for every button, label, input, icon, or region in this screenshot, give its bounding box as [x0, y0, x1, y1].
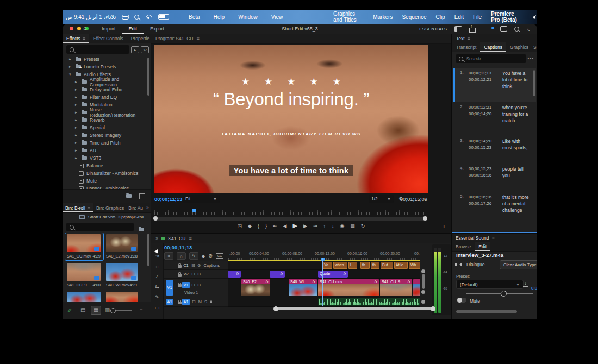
panel-stack-icon[interactable]: ≡	[483, 26, 486, 32]
slip-tool[interactable]: ⇆	[155, 284, 159, 290]
pen-icon[interactable]: ✎	[67, 308, 73, 312]
tab-import[interactable]: Import	[95, 24, 122, 34]
export-frame-icon[interactable]: ◉	[340, 223, 344, 229]
sync-lock-icon[interactable]: ⊟	[191, 263, 195, 268]
level-slider[interactable]	[466, 293, 533, 294]
tab-export[interactable]: Export	[144, 24, 171, 34]
pen-tool[interactable]: ✎	[155, 294, 159, 300]
apple-logo-icon[interactable]	[533, 14, 537, 20]
tab-captions[interactable]: Captions	[480, 42, 506, 52]
thumbnail-view-icon[interactable]: ▦	[91, 306, 101, 315]
tab-bin-graphics[interactable]: Bin: Graphics	[93, 203, 127, 212]
sync-lock-icon[interactable]: ⊟	[192, 299, 196, 304]
snap-icon[interactable]: ∩	[177, 252, 186, 260]
twirl-icon[interactable]: ▸	[75, 103, 79, 107]
tab-transcript[interactable]: Transcript	[452, 42, 480, 52]
menu-sequence[interactable]: Sequence	[402, 14, 426, 20]
wifi-icon[interactable]	[145, 14, 152, 20]
caption-clip[interactable]: At le...	[394, 262, 408, 269]
control-center-icon[interactable]	[122, 15, 128, 20]
ripple-edit-tool[interactable]: ↔	[155, 263, 160, 269]
clip-thumbnail[interactable]	[106, 292, 138, 302]
close-icon[interactable]: ×	[155, 236, 158, 241]
effects-tree-item[interactable]: ▸Special	[63, 124, 147, 131]
source-patch-v1[interactable]: V1	[166, 280, 173, 296]
effects-tree-item[interactable]: ▸AU	[63, 147, 147, 154]
playhead-marker[interactable]	[192, 209, 196, 212]
add-marker-icon[interactable]: ◆	[202, 254, 205, 259]
spotlight-icon[interactable]	[134, 15, 139, 20]
captions-search[interactable]	[456, 54, 526, 63]
captions-search-input[interactable]	[466, 56, 523, 61]
menu-clip[interactable]: Clip	[435, 14, 445, 20]
menu-window[interactable]: Window	[238, 14, 258, 20]
source-patch-a1[interactable]: A1	[166, 299, 173, 305]
video-clip[interactable]: S41_CU_9...fx	[380, 279, 412, 296]
workspaces-icon[interactable]	[454, 26, 462, 32]
lock-icon[interactable]	[178, 265, 182, 268]
mark-out-icon[interactable]: }	[265, 223, 267, 229]
effects-tree-item[interactable]: ▸Presets	[63, 55, 147, 63]
zoom-level-dropdown[interactable]: Fit▼	[183, 195, 220, 203]
panel-menu-icon[interactable]: ≡	[491, 235, 494, 241]
caption-clip[interactable]: th...	[371, 262, 379, 269]
lock-icon[interactable]	[178, 284, 182, 287]
effects-tree-item[interactable]: Panner - Ambisonics	[63, 185, 147, 189]
list-view-icon[interactable]: ▤	[80, 307, 85, 313]
clear-audio-type-button[interactable]: Clear Audio Type	[500, 260, 537, 269]
essential-sound-title[interactable]: Essential Sound	[456, 235, 489, 241]
zoom-slider[interactable]	[116, 310, 132, 311]
twirl-icon[interactable]: ▸	[75, 141, 79, 145]
clip-thumbnail[interactable]	[67, 292, 101, 302]
twirl-icon[interactable]: ▸	[75, 110, 79, 115]
zoom-slider-handle[interactable]	[110, 308, 116, 313]
captions-scrollbar[interactable]	[533, 70, 535, 96]
tab-truncated[interactable]: S4	[532, 42, 537, 52]
home-icon[interactable]: ⌂	[83, 24, 87, 31]
timeline-hscrollbar[interactable]	[276, 307, 433, 310]
effects-tree-item[interactable]: ▸Filter and EQ	[63, 93, 147, 101]
tab-bin-broll[interactable]: Bin: B-roll≡	[63, 203, 93, 212]
mute-track-button[interactable]: M	[198, 299, 202, 304]
clock[interactable]: ثلاثاء، 1 أبريل 9:41 ص	[66, 14, 116, 20]
video-clip[interactable]: S40_E2...fx	[241, 279, 270, 296]
twirl-icon[interactable]: ▸	[75, 125, 79, 130]
menu-file[interactable]: File	[473, 14, 482, 20]
twirl-icon[interactable]: ▸	[75, 133, 79, 137]
menu-help[interactable]: Help	[214, 14, 225, 20]
text-panel-title[interactable]: Text	[456, 36, 465, 41]
menu-app-name[interactable]: Premiere Pro (Beta)	[491, 11, 524, 23]
track-name[interactable]: V2	[182, 271, 190, 277]
tab-overflow-icon[interactable]: »	[146, 35, 149, 41]
twirl-icon[interactable]: ▸	[75, 95, 79, 99]
twirl-icon[interactable]: ▸	[69, 57, 73, 61]
level-slider-handle[interactable]	[501, 291, 507, 297]
clip-label[interactable]: S41_CU.mov4:29	[67, 254, 101, 259]
effects-tree-item[interactable]: Balance	[63, 162, 147, 170]
playback-resolution-dropdown[interactable]: 1/2▼	[369, 195, 394, 203]
twirl-icon[interactable]: ▸	[69, 65, 73, 69]
accelerated-effects-icon[interactable]: ▸	[131, 46, 139, 53]
workspace-label[interactable]: ESSENTIALS	[419, 27, 447, 32]
effects-tree-item[interactable]: ▸VST3	[63, 154, 147, 162]
multicam-view-icon[interactable]: ▦	[350, 223, 355, 229]
video-clip[interactable]	[413, 279, 420, 296]
tab-graphics[interactable]: Graphics	[506, 42, 532, 52]
panel-menu-icon[interactable]: ≡	[468, 36, 470, 41]
play-button[interactable]: ▶	[293, 222, 297, 229]
minimize-window-button[interactable]	[77, 27, 81, 30]
track-name[interactable]: C1	[182, 262, 190, 268]
tab-browse[interactable]: Browse	[452, 242, 475, 251]
clip-label[interactable]: S41_CU_9...4:00	[67, 283, 101, 287]
sync-lock-icon[interactable]: ⊟	[191, 272, 195, 277]
lock-icon[interactable]	[178, 302, 182, 304]
caption-row[interactable]: 5. 00;00;16;1600;00;17;26 that it's more…	[453, 192, 536, 225]
more-tools-icon[interactable]: ⋯	[155, 315, 159, 319]
effects-scrollbar[interactable]	[147, 58, 149, 96]
track-visibility-icon[interactable]: ⊙	[197, 283, 201, 287]
tab-edit[interactable]: Edit	[475, 242, 490, 251]
clip-thumbnail[interactable]	[67, 234, 101, 252]
linked-selection-icon[interactable]: ⇆	[189, 252, 198, 260]
bin-breadcrumb[interactable]: Short Edit v65_3.prproj\B-roll	[63, 213, 151, 221]
captions-menu-icon[interactable]: CC	[216, 253, 223, 259]
